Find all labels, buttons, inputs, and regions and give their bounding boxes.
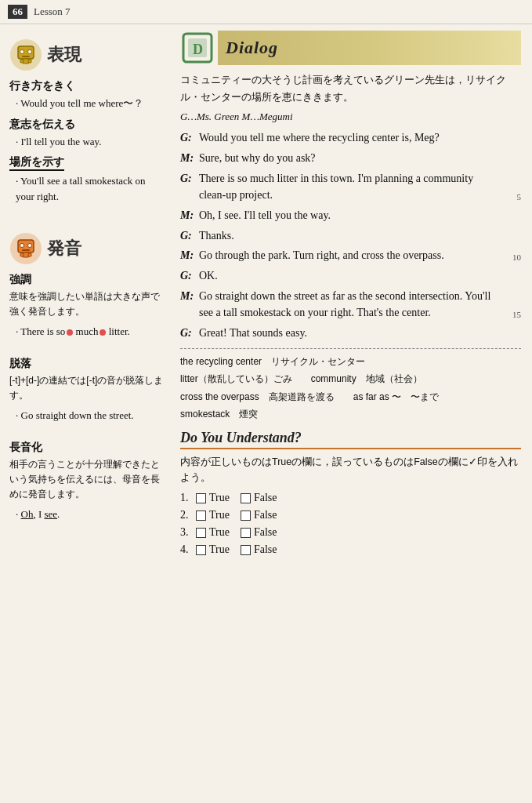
dyu-num-2: 2. [180,509,196,521]
speaker-m1: M: [180,150,197,167]
dialog-line-2: M: Sure, but why do you ask? [180,150,521,167]
dialog-line-6: M: Go through the park. Turn right, and … [180,247,521,264]
dialog-line-5: G: Thanks. [180,227,521,245]
svg-point-11 [28,244,32,248]
hyougen-title: 表現 [47,43,81,67]
dyu-row-3: 3. True False [180,526,521,539]
hyougen-sub2-item1: · I'll tell you the way. [16,134,165,150]
dyu-checkbox-false-3[interactable] [241,528,251,538]
hatsuon-datsurak: 脱落 [-t]+[d-]の連結では[-t]の音が脱落します。 · Go stra… [9,357,165,423]
dyu-title: Do You Understand? [180,430,521,449]
dialog-header: D Dialog [180,31,521,65]
speaker-g3: G: [180,227,197,245]
hatsuon-choinka-example: · Oh, I see. [16,507,165,522]
line-number-15: 15 [505,308,521,322]
hatsuon-datsurak-example: · Go straight down the street. [16,408,165,423]
dyu-true-label-1: True [209,492,230,504]
emphasis-dot-so [67,329,73,336]
left-sidebar: 表現 行き方をきく · Would you tell me where〜？ 意志… [0,24,172,569]
hatsuon-kyocho-example: · There is so much litter. [16,324,165,340]
svg-text:D: D [193,42,203,57]
dialog-line-9: G: Great! That sounds easy. [180,325,521,342]
dyu-checkbox-false-1[interactable] [241,493,251,503]
hyougen-sub1-item1: · Would you tell me where〜？ [16,96,165,111]
hyougen-sub1-title: 行き方をきく [9,79,165,93]
hyougen-subsection-2: 意志を伝える · I'll tell you the way. [9,118,165,150]
hyougen-section-header: 表現 [9,38,165,71]
dialog-text-5: Thanks. [199,227,521,245]
dyu-false-label-1: False [254,492,277,504]
hyougen-subsection-3: 場所を示す · You'll see a tall smokestack on … [9,155,165,204]
dyu-checkbox-true-2[interactable] [196,511,206,521]
dyu-checkbox-false-2[interactable] [241,511,251,521]
hatsuon-kyocho-title: 強調 [9,273,165,287]
hyougen-sub3-title: 場所を示す [9,155,64,171]
dyu-false-label-2: False [254,509,277,521]
dyu-num-4: 4. [180,543,196,556]
speaker-g5: G: [180,325,197,342]
dyu-num-1: 1. [180,492,196,504]
dialog-lines: G: Would you tell me where the recycling… [180,129,521,342]
dyu-section: Do You Understand? 内容が正しいものはTrueの欄に，誤ってい… [180,430,521,556]
line-number-10: 10 [505,251,521,264]
dialog-text-3: There is so much litter in this town. I'… [199,170,502,204]
speaker-m4: M: [180,288,197,305]
dyu-checkbox-true-3[interactable] [196,528,206,538]
emphasis-dot-much [100,329,106,336]
right-content: D Dialog コミュニティーの大そうじ計画を考えているグリーン先生は，リサイ… [172,24,532,569]
dialog-divider [180,348,521,349]
dialog-text-8: Go straight down the street as far as th… [199,288,502,322]
dialog-line-8: M: Go straight down the street as far as… [180,288,521,322]
vocab-section: the recycling center リサイクル・センター litter（散… [180,354,521,423]
dialog-line-4: M: Oh, I see. I'll tell you the way. [180,207,521,224]
dialog-text-6: Go through the park. Turn right, and cro… [199,247,502,264]
svg-rect-4 [22,56,30,57]
dialog-text-4: Oh, I see. I'll tell you the way. [199,207,521,224]
dyu-row-4: 4. True False [180,543,521,556]
hatsuon-kyocho-desc: 意味を強調したい単語は大きな声で強く発音します。 [9,289,165,319]
speaker-g4: G: [180,267,197,285]
dialog-roles: G…Ms. Green M…Megumi [180,111,521,123]
svg-rect-12 [22,249,30,251]
hatsuon-icon [9,232,42,265]
hatsuon-section-header: 発音 [9,232,165,265]
svg-point-2 [20,50,24,54]
dialog-line-7: G: OK. [180,267,521,285]
dyu-instruction: 内容が正しいものはTrueの欄に，誤っているものはFalseの欄に✓印を入れよう… [180,454,521,485]
dialog-line-3: G: There is so much litter in this town.… [180,170,521,204]
svg-point-10 [20,244,24,248]
dialog-text-7: OK. [199,267,521,285]
speaker-m3: M: [180,247,197,264]
dyu-false-label-4: False [254,543,277,556]
dyu-true-label-2: True [209,509,230,521]
dyu-checkbox-true-4[interactable] [196,545,206,555]
hatsuon-choinka: 長音化 相手の言うことが十分理解できたという気持ちを伝えるには、母音を長めに発音… [9,441,165,522]
hyougen-sub2-title: 意志を伝える [9,118,165,132]
page-header: 66 Lesson 7 [0,0,532,24]
hyougen-subsection-1: 行き方をきく · Would you tell me where〜？ [9,79,165,111]
hatsuon-datsurak-title: 脱落 [9,357,165,371]
hyougen-sub3-item1: · You'll see a tall smokestack on your r… [16,173,165,204]
svg-rect-7 [28,60,31,63]
hyougen-icon [9,38,42,71]
speaker-g1: G: [180,129,197,147]
dialog-text-9: Great! That sounds easy. [199,325,521,342]
vocab-line-3: cross the overpass 高架道路を渡る as far as 〜 〜… [180,389,521,405]
vocab-line-1: the recycling center リサイクル・センター [180,354,521,369]
svg-rect-14 [20,253,24,256]
vocab-line-2: litter（散乱している）ごみ community 地域（社会） [180,371,521,387]
main-content: 表現 行き方をきく · Would you tell me where〜？ 意志… [0,24,532,569]
dialog-title: Dialog [226,38,278,58]
page-number: 66 [8,5,27,19]
lesson-label: Lesson 7 [34,5,71,18]
line-number-5: 5 [505,191,521,204]
hatsuon-title: 発音 [47,237,81,260]
dyu-checkbox-false-4[interactable] [241,545,251,555]
dyu-checkbox-true-1[interactable] [196,493,206,503]
svg-point-3 [28,50,32,54]
dyu-false-label-3: False [254,526,277,539]
vocab-line-4: smokestack 煙突 [180,406,521,422]
dyu-true-label-4: True [209,543,230,556]
dyu-row-1: 1. True False [180,492,521,504]
dialog-box-icon: D [180,31,215,65]
